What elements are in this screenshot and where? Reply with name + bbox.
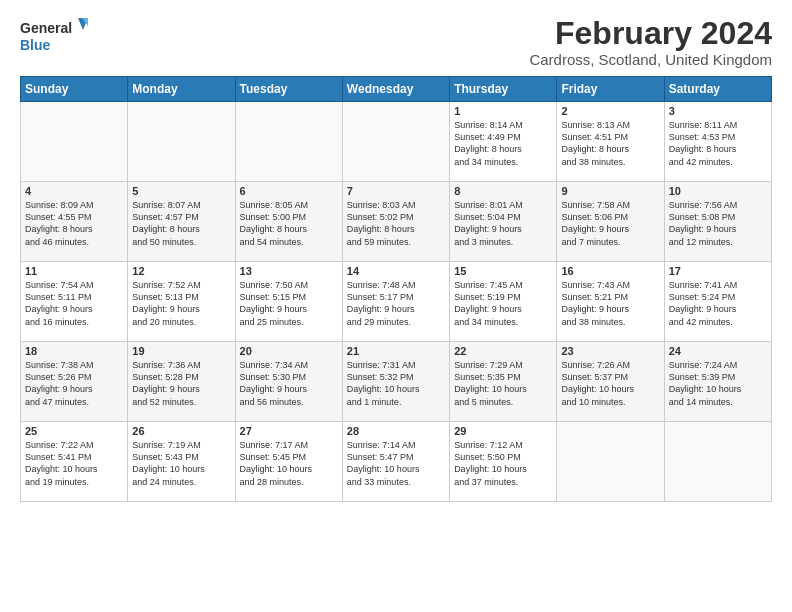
calendar-body: 1Sunrise: 8:14 AM Sunset: 4:49 PM Daylig… (21, 102, 772, 502)
calendar-table: Sunday Monday Tuesday Wednesday Thursday… (20, 76, 772, 502)
day-number: 13 (240, 265, 338, 277)
calendar-cell (235, 102, 342, 182)
calendar-cell: 15Sunrise: 7:45 AM Sunset: 5:19 PM Dayli… (450, 262, 557, 342)
day-number: 12 (132, 265, 230, 277)
calendar-cell: 28Sunrise: 7:14 AM Sunset: 5:47 PM Dayli… (342, 422, 449, 502)
col-wednesday: Wednesday (342, 77, 449, 102)
calendar-cell: 11Sunrise: 7:54 AM Sunset: 5:11 PM Dayli… (21, 262, 128, 342)
col-tuesday: Tuesday (235, 77, 342, 102)
day-info: Sunrise: 8:11 AM Sunset: 4:53 PM Dayligh… (669, 119, 767, 168)
calendar-cell: 21Sunrise: 7:31 AM Sunset: 5:32 PM Dayli… (342, 342, 449, 422)
day-number: 23 (561, 345, 659, 357)
day-info: Sunrise: 7:14 AM Sunset: 5:47 PM Dayligh… (347, 439, 445, 488)
day-info: Sunrise: 7:12 AM Sunset: 5:50 PM Dayligh… (454, 439, 552, 488)
col-monday: Monday (128, 77, 235, 102)
day-number: 10 (669, 185, 767, 197)
day-info: Sunrise: 7:19 AM Sunset: 5:43 PM Dayligh… (132, 439, 230, 488)
day-info: Sunrise: 7:56 AM Sunset: 5:08 PM Dayligh… (669, 199, 767, 248)
day-number: 14 (347, 265, 445, 277)
week-row-3: 18Sunrise: 7:38 AM Sunset: 5:26 PM Dayli… (21, 342, 772, 422)
day-info: Sunrise: 8:05 AM Sunset: 5:00 PM Dayligh… (240, 199, 338, 248)
calendar-cell: 1Sunrise: 8:14 AM Sunset: 4:49 PM Daylig… (450, 102, 557, 182)
logo: General Blue (20, 16, 90, 56)
day-number: 21 (347, 345, 445, 357)
calendar-cell: 17Sunrise: 7:41 AM Sunset: 5:24 PM Dayli… (664, 262, 771, 342)
day-info: Sunrise: 7:50 AM Sunset: 5:15 PM Dayligh… (240, 279, 338, 328)
day-info: Sunrise: 7:41 AM Sunset: 5:24 PM Dayligh… (669, 279, 767, 328)
day-number: 24 (669, 345, 767, 357)
day-number: 16 (561, 265, 659, 277)
day-number: 25 (25, 425, 123, 437)
day-number: 2 (561, 105, 659, 117)
calendar-cell: 9Sunrise: 7:58 AM Sunset: 5:06 PM Daylig… (557, 182, 664, 262)
day-number: 29 (454, 425, 552, 437)
calendar-header: Sunday Monday Tuesday Wednesday Thursday… (21, 77, 772, 102)
calendar-cell: 6Sunrise: 8:05 AM Sunset: 5:00 PM Daylig… (235, 182, 342, 262)
week-row-1: 4Sunrise: 8:09 AM Sunset: 4:55 PM Daylig… (21, 182, 772, 262)
week-row-2: 11Sunrise: 7:54 AM Sunset: 5:11 PM Dayli… (21, 262, 772, 342)
day-info: Sunrise: 7:43 AM Sunset: 5:21 PM Dayligh… (561, 279, 659, 328)
day-info: Sunrise: 7:24 AM Sunset: 5:39 PM Dayligh… (669, 359, 767, 408)
day-number: 28 (347, 425, 445, 437)
day-info: Sunrise: 7:31 AM Sunset: 5:32 PM Dayligh… (347, 359, 445, 408)
day-info: Sunrise: 8:01 AM Sunset: 5:04 PM Dayligh… (454, 199, 552, 248)
day-number: 20 (240, 345, 338, 357)
page: General Blue February 2024 Cardross, Sco… (0, 0, 792, 512)
day-number: 22 (454, 345, 552, 357)
title-area: February 2024 Cardross, Scotland, United… (529, 16, 772, 68)
day-number: 15 (454, 265, 552, 277)
col-saturday: Saturday (664, 77, 771, 102)
calendar-cell (342, 102, 449, 182)
calendar-cell: 19Sunrise: 7:36 AM Sunset: 5:28 PM Dayli… (128, 342, 235, 422)
day-info: Sunrise: 8:07 AM Sunset: 4:57 PM Dayligh… (132, 199, 230, 248)
calendar-cell: 29Sunrise: 7:12 AM Sunset: 5:50 PM Dayli… (450, 422, 557, 502)
header-area: General Blue February 2024 Cardross, Sco… (20, 16, 772, 68)
day-number: 8 (454, 185, 552, 197)
col-sunday: Sunday (21, 77, 128, 102)
calendar-cell: 24Sunrise: 7:24 AM Sunset: 5:39 PM Dayli… (664, 342, 771, 422)
day-number: 4 (25, 185, 123, 197)
day-info: Sunrise: 7:26 AM Sunset: 5:37 PM Dayligh… (561, 359, 659, 408)
week-row-4: 25Sunrise: 7:22 AM Sunset: 5:41 PM Dayli… (21, 422, 772, 502)
calendar-cell: 7Sunrise: 8:03 AM Sunset: 5:02 PM Daylig… (342, 182, 449, 262)
day-info: Sunrise: 8:13 AM Sunset: 4:51 PM Dayligh… (561, 119, 659, 168)
calendar-cell: 18Sunrise: 7:38 AM Sunset: 5:26 PM Dayli… (21, 342, 128, 422)
calendar-cell: 20Sunrise: 7:34 AM Sunset: 5:30 PM Dayli… (235, 342, 342, 422)
day-info: Sunrise: 7:34 AM Sunset: 5:30 PM Dayligh… (240, 359, 338, 408)
calendar-cell: 27Sunrise: 7:17 AM Sunset: 5:45 PM Dayli… (235, 422, 342, 502)
day-info: Sunrise: 8:14 AM Sunset: 4:49 PM Dayligh… (454, 119, 552, 168)
day-info: Sunrise: 7:17 AM Sunset: 5:45 PM Dayligh… (240, 439, 338, 488)
calendar-cell (664, 422, 771, 502)
day-info: Sunrise: 7:58 AM Sunset: 5:06 PM Dayligh… (561, 199, 659, 248)
day-info: Sunrise: 7:22 AM Sunset: 5:41 PM Dayligh… (25, 439, 123, 488)
day-info: Sunrise: 8:03 AM Sunset: 5:02 PM Dayligh… (347, 199, 445, 248)
day-number: 27 (240, 425, 338, 437)
calendar-cell (21, 102, 128, 182)
calendar-cell: 10Sunrise: 7:56 AM Sunset: 5:08 PM Dayli… (664, 182, 771, 262)
day-number: 11 (25, 265, 123, 277)
day-number: 6 (240, 185, 338, 197)
day-number: 1 (454, 105, 552, 117)
day-number: 9 (561, 185, 659, 197)
calendar-cell: 22Sunrise: 7:29 AM Sunset: 5:35 PM Dayli… (450, 342, 557, 422)
day-number: 7 (347, 185, 445, 197)
calendar-cell: 13Sunrise: 7:50 AM Sunset: 5:15 PM Dayli… (235, 262, 342, 342)
day-number: 18 (25, 345, 123, 357)
day-info: Sunrise: 7:54 AM Sunset: 5:11 PM Dayligh… (25, 279, 123, 328)
day-info: Sunrise: 7:29 AM Sunset: 5:35 PM Dayligh… (454, 359, 552, 408)
logo-svg: General Blue (20, 16, 90, 56)
day-number: 19 (132, 345, 230, 357)
calendar-cell: 3Sunrise: 8:11 AM Sunset: 4:53 PM Daylig… (664, 102, 771, 182)
calendar-cell: 2Sunrise: 8:13 AM Sunset: 4:51 PM Daylig… (557, 102, 664, 182)
calendar-cell: 5Sunrise: 8:07 AM Sunset: 4:57 PM Daylig… (128, 182, 235, 262)
calendar-cell: 12Sunrise: 7:52 AM Sunset: 5:13 PM Dayli… (128, 262, 235, 342)
calendar-cell: 4Sunrise: 8:09 AM Sunset: 4:55 PM Daylig… (21, 182, 128, 262)
calendar-cell: 25Sunrise: 7:22 AM Sunset: 5:41 PM Dayli… (21, 422, 128, 502)
day-info: Sunrise: 7:48 AM Sunset: 5:17 PM Dayligh… (347, 279, 445, 328)
day-info: Sunrise: 7:45 AM Sunset: 5:19 PM Dayligh… (454, 279, 552, 328)
day-number: 17 (669, 265, 767, 277)
svg-text:General: General (20, 20, 72, 36)
svg-text:Blue: Blue (20, 37, 51, 53)
week-row-0: 1Sunrise: 8:14 AM Sunset: 4:49 PM Daylig… (21, 102, 772, 182)
col-friday: Friday (557, 77, 664, 102)
